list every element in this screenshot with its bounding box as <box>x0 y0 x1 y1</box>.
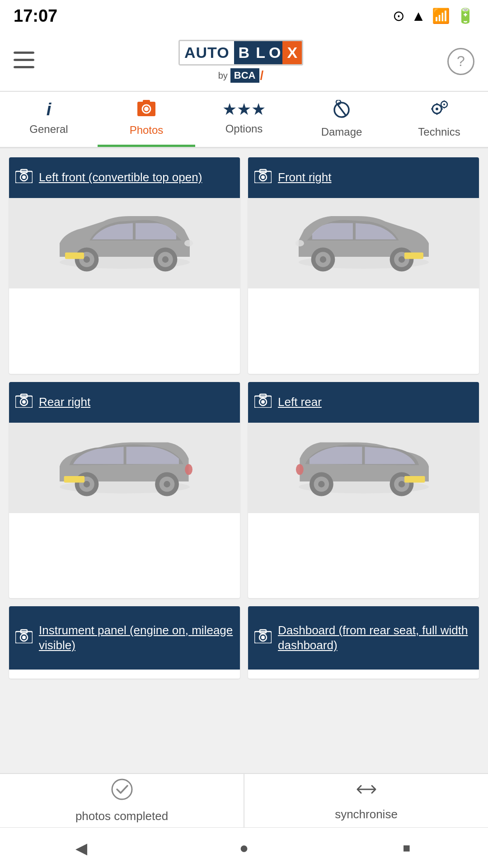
photo-grid: Left front (convertible top open) <box>0 148 488 773</box>
svg-point-40 <box>398 256 404 263</box>
record-icon: ⊙ <box>393 7 405 24</box>
logo-by-text: by <box>218 71 228 81</box>
battery-icon: 🔋 <box>456 7 474 24</box>
svg-point-45 <box>295 240 304 246</box>
svg-point-69 <box>318 481 324 487</box>
photo-card-front-right[interactable]: Front right <box>248 157 479 374</box>
svg-point-23 <box>22 175 26 179</box>
photos-icon <box>137 100 155 120</box>
svg-point-66 <box>398 481 404 487</box>
svg-line-8 <box>338 104 346 115</box>
photos-completed-button[interactable]: photos completed <box>0 774 244 827</box>
svg-point-49 <box>22 400 26 404</box>
help-button[interactable]: ? <box>447 48 474 75</box>
options-icon: ★★★ <box>222 100 266 119</box>
home-icon: ● <box>239 839 249 857</box>
back-button[interactable]: ◀ <box>68 835 95 862</box>
options-label: Options <box>225 123 263 135</box>
photo-card-image <box>9 423 240 513</box>
svg-rect-0 <box>14 52 34 54</box>
technics-label: Technics <box>418 126 460 138</box>
back-icon: ◀ <box>75 839 87 857</box>
tab-options[interactable]: ★★★ Options <box>195 92 293 147</box>
photo-card-label: Left front (convertible top open) <box>39 170 202 185</box>
svg-point-17 <box>443 104 445 105</box>
camera-icon <box>15 169 33 187</box>
photo-card-dashboard[interactable]: Dashboard (from rear seat, full width da… <box>248 606 479 679</box>
synchronise-button[interactable]: synchronise <box>244 774 488 827</box>
photo-card-label: Instrument panel (engine on, mileage vis… <box>39 623 234 654</box>
synchronise-label: synchronise <box>335 807 398 821</box>
svg-point-32 <box>184 240 192 246</box>
sync-icon <box>356 780 377 803</box>
svg-point-62 <box>261 400 265 404</box>
bottom-action-bar: photos completed synchronise <box>0 773 488 827</box>
svg-point-80 <box>112 779 132 799</box>
svg-point-43 <box>319 256 326 263</box>
app-logo: AUTO B L O X by BCA / <box>178 40 303 83</box>
android-nav-bar: ◀ ● ■ <box>0 827 488 868</box>
camera-icon <box>15 393 33 411</box>
status-bar: 17:07 ⊙ ▲ 📶 🔋 <box>0 0 488 32</box>
status-icons: ⊙ ▲ 📶 🔋 <box>393 7 474 24</box>
svg-rect-1 <box>14 59 34 61</box>
svg-point-6 <box>144 107 149 111</box>
svg-point-57 <box>185 464 192 475</box>
photos-label: Photos <box>130 124 164 137</box>
svg-point-70 <box>296 464 303 475</box>
recent-button[interactable]: ■ <box>393 835 420 862</box>
svg-rect-2 <box>14 66 34 68</box>
photo-card-left-front[interactable]: Left front (convertible top open) <box>9 157 240 374</box>
tab-technics[interactable]: Technics <box>390 92 488 147</box>
hamburger-menu[interactable] <box>14 52 34 71</box>
general-icon: i <box>47 100 52 119</box>
recent-icon: ■ <box>403 841 411 855</box>
camera-icon <box>15 629 33 647</box>
photo-card-rear-right[interactable]: Rear right <box>9 382 240 599</box>
svg-point-56 <box>164 481 170 487</box>
svg-point-79 <box>261 636 265 639</box>
technics-icon <box>430 100 449 122</box>
svg-point-30 <box>162 256 168 263</box>
svg-point-36 <box>261 175 265 179</box>
svg-rect-4 <box>143 100 150 103</box>
damage-label: Damage <box>321 126 362 138</box>
svg-rect-31 <box>65 252 84 259</box>
app-header: AUTO B L O X by BCA / ? <box>0 32 488 92</box>
photo-card-label: Rear right <box>39 395 90 410</box>
camera-icon <box>254 393 272 411</box>
tab-photos[interactable]: Photos <box>98 92 195 147</box>
general-label: General <box>29 123 68 136</box>
svg-point-27 <box>83 256 89 263</box>
signal-icon: 📶 <box>432 7 450 24</box>
svg-rect-71 <box>404 476 425 482</box>
status-time: 17:07 <box>14 6 57 26</box>
tab-damage[interactable]: Damage <box>293 92 390 147</box>
svg-point-75 <box>22 636 26 639</box>
photo-card-image <box>9 198 240 288</box>
camera-icon <box>254 169 272 187</box>
damage-icon <box>333 100 350 122</box>
photo-card-left-rear[interactable]: Left rear <box>248 382 479 599</box>
wifi-icon: ▲ <box>411 8 426 24</box>
photo-card-label: Front right <box>278 170 332 185</box>
home-button[interactable]: ● <box>230 835 258 862</box>
svg-point-11 <box>436 108 438 110</box>
photo-card-image <box>248 423 479 513</box>
svg-rect-58 <box>64 476 84 482</box>
photo-card-instrument-panel[interactable]: Instrument panel (engine on, mileage vis… <box>9 606 240 679</box>
photo-card-label: Left rear <box>278 395 322 410</box>
check-icon <box>111 778 133 805</box>
photo-card-label: Dashboard (from rear seat, full width da… <box>278 623 473 654</box>
photos-completed-label: photos completed <box>75 809 168 823</box>
tab-general[interactable]: i General <box>0 92 98 147</box>
navigation-tabs: i General Photos ★★★ Options Damage <box>0 92 488 148</box>
photo-card-image <box>248 198 479 288</box>
camera-icon <box>254 629 272 647</box>
svg-rect-44 <box>404 252 423 259</box>
